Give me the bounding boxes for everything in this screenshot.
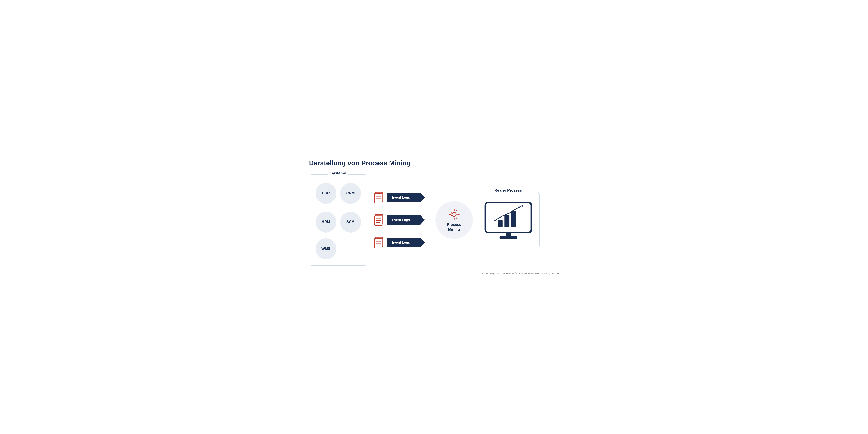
- event-logs-label-1: Event Logs: [392, 196, 410, 199]
- erp-circle: ERP: [316, 183, 336, 204]
- event-logs-arrow-1: Event Logs: [388, 193, 425, 202]
- circles-grid: ERP CRM HRM SCM WMS: [316, 183, 361, 259]
- systeme-label: Systeme: [328, 171, 349, 176]
- event-row-3: Event Logs: [374, 236, 425, 249]
- gear-icon: [448, 208, 460, 221]
- page-title: Darstellung von Process Mining: [309, 159, 559, 167]
- monitor-icon: [484, 200, 533, 242]
- wms-label: WMS: [321, 246, 330, 251]
- realer-label: Realer Prozess: [492, 188, 525, 193]
- crm-label: CRM: [346, 191, 354, 195]
- scm-label: SCM: [346, 220, 354, 224]
- document-icon-3: [374, 236, 384, 249]
- event-row-1: Event Logs: [374, 191, 425, 204]
- middle-section: Event Logs Event Logs: [374, 191, 425, 249]
- diagram-area: Systeme ERP CRM HRM SCM: [309, 175, 559, 266]
- footer-note: Grafik: Eigene Darstellung © Tiba Techno…: [309, 272, 559, 275]
- event-row-2: Event Logs: [374, 214, 425, 226]
- hrm-circle: HRM: [316, 212, 336, 232]
- svg-point-15: [453, 213, 455, 215]
- document-icon-2: [374, 214, 384, 226]
- crm-circle: CRM: [340, 183, 361, 204]
- pm-line2: Mining: [447, 227, 461, 232]
- systeme-box: Systeme ERP CRM HRM SCM: [309, 175, 367, 266]
- process-mining-wrapper: Process Mining: [435, 201, 473, 239]
- scm-circle: SCM: [340, 212, 361, 232]
- svg-rect-19: [504, 215, 509, 227]
- event-logs-arrow-3: Event Logs: [388, 238, 425, 247]
- pm-line1: Process: [447, 222, 461, 227]
- process-mining-circle: Process Mining: [435, 201, 473, 239]
- event-logs-arrow-2: Event Logs: [388, 215, 425, 225]
- svg-rect-18: [498, 220, 503, 227]
- svg-rect-20: [511, 211, 516, 227]
- process-mining-text: Process Mining: [447, 222, 461, 232]
- page-wrapper: Darstellung von Process Mining Systeme E…: [309, 159, 559, 275]
- erp-label: ERP: [322, 191, 330, 195]
- document-icon-1: [374, 191, 384, 204]
- svg-rect-23: [499, 236, 517, 239]
- event-logs-label-3: Event Logs: [392, 241, 410, 244]
- wms-circle: WMS: [316, 238, 336, 259]
- realer-prozess-box: Realer Prozess: [477, 192, 539, 248]
- hrm-label: HRM: [321, 220, 330, 224]
- event-logs-label-2: Event Logs: [392, 218, 410, 222]
